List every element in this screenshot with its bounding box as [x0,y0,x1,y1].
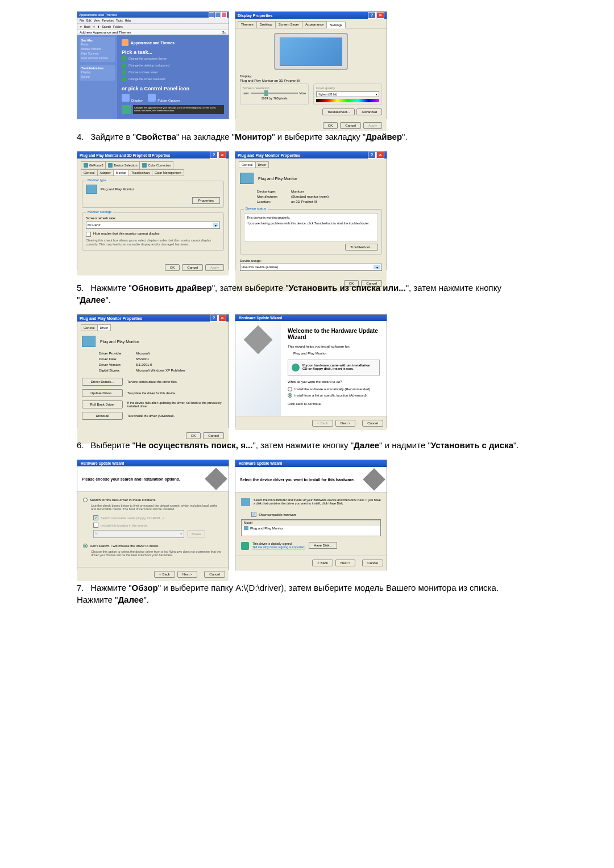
address-label: Address Appearance and Themes [80,31,131,34]
include-location-checkbox [93,523,98,528]
help-icon[interactable]: ? [210,315,218,322]
tab-general[interactable]: General [239,161,256,168]
refresh-rate-select[interactable]: 60 Hertz ▾ [86,222,220,229]
step-6-text: 6. Выберите "Не осуществлять поиск, я...… [77,439,526,451]
back-button[interactable]: < Back [312,560,333,566]
properties-button[interactable]: Properties [192,197,220,204]
display-icon[interactable] [122,94,130,102]
step-5-text: 5. Нажмите "Обновить драйвер", затем выб… [77,282,526,306]
sidebar-link[interactable]: Fonts [81,42,113,47]
screen-res-label: Screen resolution [243,86,306,90]
device-status-label: Device status [244,207,268,210]
tab-color-mgmt[interactable]: Color Management [152,169,184,176]
hide-modes-label: Hide modes that this monitor cannot disp… [93,232,159,235]
tab-troubleshoot[interactable]: Troubleshoot [128,169,152,176]
go-button[interactable]: Go [222,31,226,34]
tab-driver[interactable]: Driver [255,161,269,168]
tab-general[interactable]: General [81,169,98,176]
ok-button[interactable]: OK [323,122,338,129]
radio-search[interactable]: Search for the best driver in these loca… [83,498,223,502]
help-icon[interactable]: ? [210,152,218,158]
sidebar-link[interactable]: User Account Picture [81,56,113,60]
cancel-button[interactable]: Cancel [204,571,225,578]
tab-geforce3[interactable]: GeForce3 [81,161,106,169]
sidebar-link[interactable]: Sound [81,74,113,79]
show-compatible-checkbox[interactable]: ✓ [251,512,256,517]
model-list[interactable]: Model Plug and Play Monitor [241,519,381,536]
cancel-button[interactable]: Cancel [362,420,383,427]
help-icon[interactable]: ? [368,152,376,158]
tab-monitor[interactable]: Monitor [113,169,129,176]
cp-folder-options[interactable]: Folder Options [157,99,180,102]
next-button[interactable]: Next > [177,571,198,578]
radio-dont-search[interactable]: Don't search. I will choose the driver t… [83,544,223,548]
next-button[interactable]: Next > [335,420,356,427]
tab-driver[interactable]: Driver [97,324,111,331]
uninstall-button[interactable]: Uninstall [82,412,123,420]
sidebar-link[interactable]: High Contrast [81,51,113,56]
back-icon[interactable]: ⬅ [80,25,82,28]
hardware-wizard-search: Hardware Update Wizard Please choose you… [77,460,229,570]
maximize-icon[interactable] [215,12,221,18]
titlebar: Appearance and Themes [77,12,229,18]
back-button[interactable]: < Back [154,571,175,578]
cancel-button[interactable]: Cancel [340,122,361,129]
driver-details-button[interactable]: Driver Details... [82,378,123,386]
cancel-button[interactable]: Cancel [203,432,224,439]
tab-settings[interactable]: Settings [326,22,346,28]
cp-display[interactable]: Display [131,99,143,102]
cancel-button[interactable]: Cancel [362,560,383,566]
task-link[interactable]: Change the screen resolution [122,76,224,82]
color-quality-select[interactable]: Highest (32 bit)▾ [316,91,379,97]
close-icon[interactable] [221,12,227,18]
up-icon[interactable]: ⬆ [97,25,99,28]
device-usage-select[interactable]: Use this device (enable)▾ [240,264,382,271]
refresh-rate-label: Screen refresh rate: [86,216,220,220]
folders-button[interactable]: Folders [113,25,123,28]
close-icon[interactable]: × [376,152,384,158]
signing-info-link[interactable]: Tell me why driver signing is important [252,545,305,549]
back-button[interactable]: Back [84,25,90,28]
tab-device-selection[interactable]: Device Selection [105,161,140,169]
sidebar-link[interactable]: Mouse Pointers [81,47,113,51]
next-button[interactable]: Next > [335,560,356,566]
main-pane: Appearance and Themes Pick a task... Cha… [117,35,229,119]
removable-media-checkbox: ✓ [93,515,98,520]
help-icon[interactable]: ? [368,12,376,19]
task-link[interactable]: Change the desktop background [122,62,224,69]
step-7-text: 7. Нажмите "Обзор" и выберите папку A:\(… [77,582,526,606]
list-item[interactable]: Plug and Play Monitor [242,525,380,531]
rollback-driver-button[interactable]: Roll Back Driver [82,400,123,408]
cancel-button[interactable]: Cancel [182,264,203,271]
monitor-icon [240,173,254,184]
folder-options-icon[interactable] [148,94,156,102]
sidebar-link[interactable]: Display [81,70,113,74]
have-disk-button[interactable]: Have Disk... [309,542,337,549]
tab-themes[interactable]: Themes [238,21,257,28]
tab-adapter[interactable]: Adapter [97,169,114,176]
task-link[interactable]: Change the computer's theme [122,55,224,62]
update-driver-button[interactable]: Update Driver... [82,389,123,397]
radio-auto[interactable]: Install the software automatically (Reco… [288,387,380,391]
radio-advanced[interactable]: Install from a list or specific location… [288,393,380,398]
resolution-slider[interactable]: Less More [243,91,306,95]
search-button[interactable]: Search [102,25,111,28]
close-icon[interactable]: × [218,315,226,322]
tab-appearance[interactable]: Appearance [302,21,327,28]
troubleshoot-button[interactable]: Troubleshoot... [345,244,378,251]
minimize-icon[interactable] [209,12,214,18]
forward-icon[interactable]: ➡ [93,25,95,28]
ok-button[interactable]: OK [165,264,180,271]
titlebar: Plug and Play Monitor and 3D Prophet III… [77,152,229,158]
task-link[interactable]: Choose a screen saver [122,69,224,76]
tab-color-correction[interactable]: Color Correction [139,161,173,169]
tab-desktop[interactable]: Desktop [256,21,276,28]
troubleshoot-button[interactable]: Troubleshoot... [322,108,355,115]
close-icon[interactable]: × [376,12,384,19]
ok-button[interactable]: OK [186,432,201,439]
tab-screensaver[interactable]: Screen Saver [275,21,302,28]
tab-general[interactable]: General [81,324,98,331]
close-icon[interactable]: × [218,152,226,158]
advanced-button[interactable]: Advanced [356,108,382,115]
hide-modes-checkbox[interactable] [86,232,91,237]
